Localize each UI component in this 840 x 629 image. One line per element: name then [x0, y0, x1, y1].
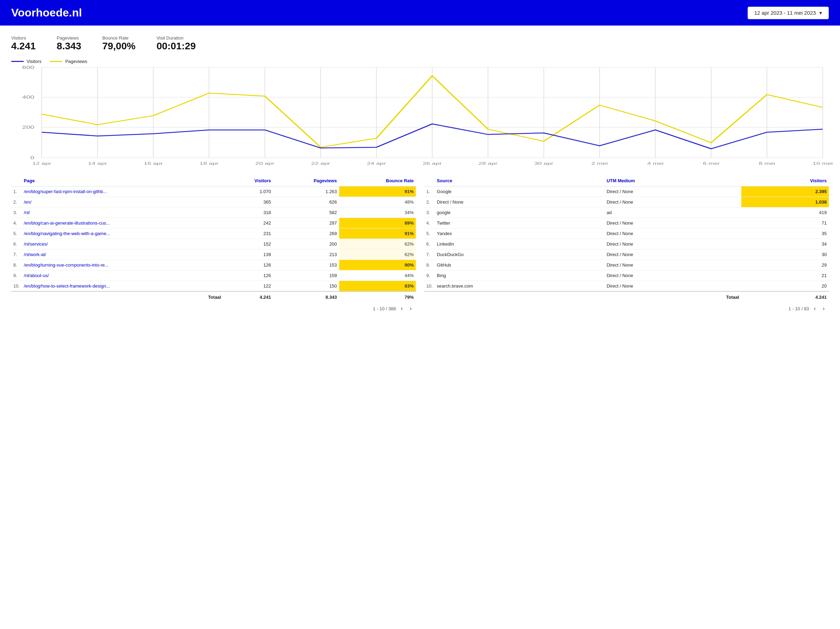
pages-table-section: Page Visitors Pageviews Bounce Rate 1. /… — [11, 175, 416, 312]
logo: Voorhoede.nl — [11, 6, 82, 19]
src-row-utm: Direct / None — [605, 218, 741, 229]
pages-prev-button[interactable]: ‹ — [399, 305, 404, 312]
pages-pagination-label: 1 - 10 / 388 — [373, 306, 396, 311]
row-bounce-rate: 90% — [339, 260, 416, 270]
svg-text:28 apr: 28 apr — [478, 161, 497, 166]
pages-next-button[interactable]: › — [408, 305, 414, 312]
row-visitors: 1.070 — [223, 186, 273, 197]
table-row: 8. /en/blog/turning-vue-components-into-… — [11, 260, 416, 270]
src-row-num: 4. — [424, 218, 435, 229]
source-table: Source UTM Medium Visitors 1. Google Dir… — [424, 175, 829, 303]
chevron-down-icon: ▾ — [819, 10, 822, 16]
src-row-utm: Direct / None — [605, 281, 741, 292]
svg-text:6 mei: 6 mei — [703, 161, 719, 166]
table-row: 10. /en/blog/how-to-select-framework-des… — [11, 281, 416, 292]
row-pageviews: 1.263 — [273, 186, 339, 197]
row-bounce-rate: 83% — [339, 281, 416, 292]
src-row-utm: Direct / None — [605, 260, 741, 270]
row-visitors: 122 — [223, 281, 273, 292]
header: Voorhoede.nl 12 apr 2023 - 11 mei 2023 ▾ — [0, 0, 840, 25]
source-table-section: Source UTM Medium Visitors 1. Google Dir… — [424, 175, 829, 312]
row-page: /en/blog/super-fast-npm-install-on-githb… — [22, 186, 223, 197]
table-row: 8. GitHub Direct / None 29 — [424, 260, 829, 270]
stat-visitors: Visitors 4.241 — [11, 35, 36, 52]
source-prev-button[interactable]: ‹ — [812, 305, 818, 312]
src-row-utm: Direct / None — [605, 186, 741, 197]
src-row-utm: Direct / None — [605, 197, 741, 207]
bounce-rate-value: 79,00% — [102, 41, 136, 52]
src-row-source: search.brave.com — [435, 281, 605, 292]
row-pageviews: 159 — [273, 270, 339, 281]
source-pagination: 1 - 10 / 83 ‹ › — [424, 303, 829, 312]
pageviews-value: 8.343 — [57, 41, 81, 52]
src-row-num: 9. — [424, 270, 435, 281]
pages-total-visitors: 4.241 — [223, 292, 273, 303]
col-num — [11, 175, 22, 186]
row-bounce-rate: 91% — [339, 229, 416, 239]
svg-text:400: 400 — [22, 95, 34, 99]
src-row-num: 7. — [424, 249, 435, 260]
row-visitors: 231 — [223, 229, 273, 239]
svg-text:14 apr: 14 apr — [88, 161, 107, 166]
col-page: Page — [22, 175, 223, 186]
svg-text:22 apr: 22 apr — [311, 161, 330, 166]
row-pageviews: 200 — [273, 239, 339, 249]
src-row-utm: Direct / None — [605, 270, 741, 281]
src-row-num: 1. — [424, 186, 435, 197]
row-num: 10. — [11, 281, 22, 292]
visitors-line-icon — [11, 61, 24, 62]
row-page: /nl/work-at/ — [22, 249, 223, 260]
src-row-source: Twitter — [435, 218, 605, 229]
row-pageviews: 269 — [273, 229, 339, 239]
src-total-num — [424, 292, 435, 303]
table-row: 2. Direct / None Direct / None 1.038 — [424, 197, 829, 207]
src-row-utm: Direct / None — [605, 229, 741, 239]
bounce-rate-label: Bounce Rate — [102, 35, 136, 41]
svg-text:30 apr: 30 apr — [534, 161, 553, 166]
date-range-label: 12 apr 2023 - 11 mei 2023 — [754, 10, 816, 16]
row-num: 2. — [11, 197, 22, 207]
src-col-utm: UTM Medium — [605, 175, 741, 186]
svg-text:600: 600 — [22, 65, 34, 69]
src-row-visitors: 1.038 — [741, 197, 829, 207]
table-row: 10. search.brave.com Direct / None 20 — [424, 281, 829, 292]
row-num: 6. — [11, 239, 22, 249]
src-col-source: Source — [435, 175, 605, 186]
col-bounce-rate: Bounce Rate — [339, 175, 416, 186]
table-row: 1. Google Direct / None 2.395 — [424, 186, 829, 197]
visitors-value: 4.241 — [11, 41, 36, 52]
pages-total-pageviews: 8.343 — [273, 292, 339, 303]
pages-pagination: 1 - 10 / 388 ‹ › — [11, 303, 416, 312]
stats-row: Visitors 4.241 Pageviews 8.343 Bounce Ra… — [0, 25, 840, 55]
src-row-num: 10. — [424, 281, 435, 292]
table-row: 9. /nl/about-us/ 126 159 44% — [11, 270, 416, 281]
row-bounce-rate: 34% — [339, 207, 416, 218]
row-pageviews: 582 — [273, 207, 339, 218]
row-page: /en/blog/turning-vue-components-into-re.… — [22, 260, 223, 270]
svg-text:2 mei: 2 mei — [592, 161, 608, 166]
row-bounce-rate: 89% — [339, 218, 416, 229]
row-num: 3. — [11, 207, 22, 218]
src-row-visitors: 20 — [741, 281, 829, 292]
date-range-picker[interactable]: 12 apr 2023 - 11 mei 2023 ▾ — [748, 7, 829, 19]
src-row-source: GitHub — [435, 260, 605, 270]
row-visitors: 139 — [223, 249, 273, 260]
src-row-source: Bing — [435, 270, 605, 281]
src-row-source: Google — [435, 186, 605, 197]
pages-table: Page Visitors Pageviews Bounce Rate 1. /… — [11, 175, 416, 303]
svg-text:20 apr: 20 apr — [256, 161, 275, 166]
row-num: 7. — [11, 249, 22, 260]
source-next-button[interactable]: › — [821, 305, 827, 312]
row-num: 1. — [11, 186, 22, 197]
chart-container: Visitors Pageviews 0 200 400 600 12 apr1… — [0, 55, 840, 172]
row-page: /nl/services/ — [22, 239, 223, 249]
row-pageviews: 297 — [273, 218, 339, 229]
row-pageviews: 213 — [273, 249, 339, 260]
row-visitors: 152 — [223, 239, 273, 249]
row-visitors: 126 — [223, 260, 273, 270]
row-visitors: 242 — [223, 218, 273, 229]
visit-duration-label: Visit Duration — [156, 35, 196, 41]
row-visitors: 126 — [223, 270, 273, 281]
line-chart: 0 200 400 600 12 apr14 apr16 apr18 apr20… — [11, 67, 829, 165]
svg-text:0: 0 — [30, 155, 35, 160]
